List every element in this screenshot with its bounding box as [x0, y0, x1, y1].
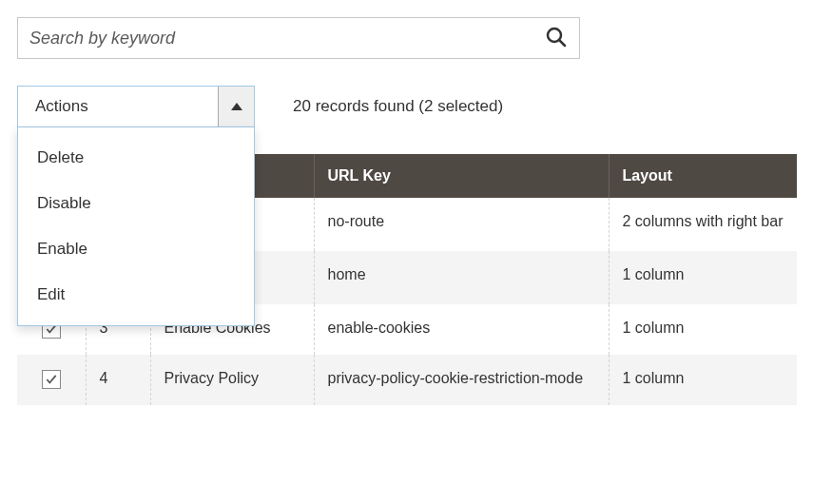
search-input[interactable] — [29, 29, 545, 48]
chevron-up-icon[interactable] — [218, 87, 254, 126]
cell-layout: 1 column — [609, 304, 797, 355]
actions-menu: Delete Disable Enable Edit — [17, 127, 255, 326]
actions-dropdown[interactable]: Actions — [17, 86, 255, 127]
records-found: 20 records found (2 selected) — [293, 97, 503, 116]
row-checkbox[interactable] — [42, 370, 61, 389]
svg-line-1 — [559, 40, 565, 46]
cell-url-key: home — [314, 251, 609, 304]
cell-id: 4 — [86, 355, 150, 405]
actions-menu-item-delete[interactable]: Delete — [18, 135, 254, 181]
table-row: 4 Privacy Policy privacy-policy-cookie-r… — [17, 355, 797, 405]
cell-url-key: enable-cookies — [314, 304, 609, 355]
cell-layout: 1 column — [609, 251, 797, 304]
cell-layout: 1 column — [609, 355, 797, 405]
search-bar[interactable] — [17, 17, 580, 59]
column-header-url-key[interactable]: URL Key — [314, 154, 609, 198]
actions-menu-item-disable[interactable]: Disable — [18, 181, 254, 226]
cell-url-key: privacy-policy-cookie-restriction-mode — [314, 355, 609, 405]
actions-menu-item-enable[interactable]: Enable — [18, 226, 254, 272]
search-icon[interactable] — [545, 26, 568, 51]
actions-label: Actions — [18, 97, 218, 116]
cell-url-key: no-route — [314, 198, 609, 251]
cell-title: Privacy Policy — [150, 355, 314, 405]
column-header-layout[interactable]: Layout — [609, 154, 797, 198]
toolbar: Actions 20 records found (2 selected) De… — [17, 86, 796, 127]
actions-menu-item-edit[interactable]: Edit — [18, 272, 254, 318]
cell-layout: 2 columns with right bar — [609, 198, 797, 251]
